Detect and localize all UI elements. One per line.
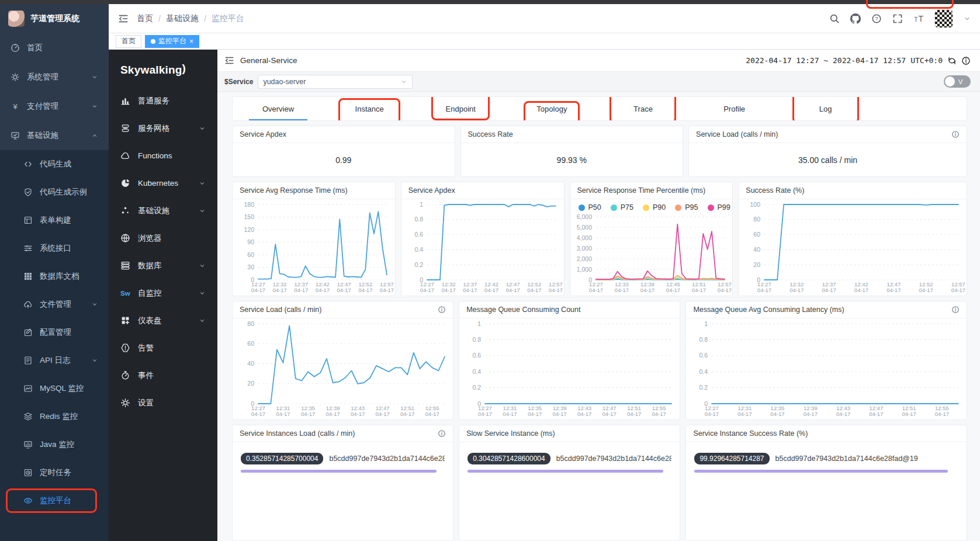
tab-topology[interactable]: Topology拓扑图: [506, 97, 597, 120]
info-icon[interactable]: [951, 306, 960, 314]
tab-log[interactable]: Log日志中心: [780, 97, 871, 120]
sw-menu-item-8[interactable]: 仪表盘: [109, 307, 217, 334]
sw-menu-item-7[interactable]: Sw自监控: [109, 279, 217, 307]
fullscreen-icon[interactable]: [892, 13, 903, 24]
sw-menu-item-2[interactable]: Functions: [109, 142, 217, 169]
admin-submenu-item-11[interactable]: 定时任务: [0, 459, 109, 487]
legend-P50[interactable]: P50: [579, 203, 601, 211]
info-icon[interactable]: [951, 130, 960, 138]
chart-card-percentile: Service Response Time Percentile (ms)P50…: [570, 182, 733, 296]
svg-text:04-17: 04-17: [276, 411, 290, 417]
chart-plot-apdex: 10.80.60.40.2012:2704-1712:3204-1712:370…: [401, 199, 564, 296]
event-icon: [120, 370, 130, 380]
version-toggle[interactable]: V: [944, 75, 971, 88]
sw-menu-label: Kubernetes: [138, 179, 178, 188]
k8s-icon: [120, 178, 130, 188]
legend-P95[interactable]: P95: [675, 203, 698, 211]
panel-fold-icon[interactable]: [224, 56, 234, 65]
toggle-knob: [945, 77, 955, 86]
legend-P75[interactable]: P75: [611, 203, 633, 211]
sw-menu-item-1[interactable]: 服务网格: [109, 115, 217, 142]
card-head: Service Load (calls / min): [689, 126, 967, 143]
font-size-icon[interactable]: TT: [913, 13, 924, 24]
chart-plot-mq_count: 10.80.60.40.2012:2704-1712:3104-1712:350…: [459, 318, 680, 419]
help-icon[interactable]: ?: [871, 13, 882, 24]
admin-menu-item-0[interactable]: 首页: [0, 33, 109, 63]
info-icon[interactable]: [438, 429, 446, 438]
instance-row[interactable]: 99.92964285714287b5cdd997de7943d2b1da714…: [694, 453, 958, 464]
sidebar-fold-icon[interactable]: [118, 13, 129, 24]
github-icon[interactable]: [850, 13, 861, 24]
sw-menu-item-3[interactable]: Kubernetes: [109, 169, 217, 197]
svg-text:04-17: 04-17: [822, 287, 836, 293]
tag-1[interactable]: 监控平台×: [145, 35, 199, 48]
admin-submenu-label: 数据库文档: [40, 271, 79, 282]
svg-text:0.4: 0.4: [473, 368, 482, 375]
sw-menu-item-4[interactable]: 基础设施: [109, 197, 217, 224]
tab-overview[interactable]: Overview: [233, 97, 324, 120]
admin-submenu-item-3[interactable]: 系统接口: [0, 234, 109, 262]
svg-text:04-17: 04-17: [717, 287, 731, 293]
tab-trace[interactable]: Trace链路追踪: [597, 97, 688, 120]
svg-text:0.6: 0.6: [699, 352, 708, 359]
legend-P90[interactable]: P90: [643, 203, 666, 211]
admin-menu-item-3[interactable]: 基础设施: [0, 121, 109, 150]
admin-submenu-item-10[interactable]: Java 监控: [0, 431, 109, 459]
sw-menu-item-5[interactable]: 浏览器: [109, 224, 217, 252]
instance-row[interactable]: 0.30428571428600004b5cdd997de7943d2b1da7…: [468, 453, 671, 464]
legend-P99[interactable]: P99: [708, 203, 730, 211]
log-icon: [23, 356, 33, 365]
breadcrumb-item-1[interactable]: 基础设施: [166, 13, 199, 24]
tags-bar: 首页监控平台×: [109, 33, 980, 50]
svg-text:T: T: [914, 16, 917, 23]
tab-instance[interactable]: Instance服务实例: [324, 97, 415, 120]
sw-menu-item-11[interactable]: 设置: [109, 389, 217, 417]
info-icon[interactable]: [438, 306, 446, 314]
app-root: 芋道管理系统 首页系统管理¥支付管理基础设施 代码生成代码生成示例表单构建系统接…: [0, 4, 980, 541]
admin-menu-item-2[interactable]: ¥支付管理: [0, 92, 109, 121]
chart-card-service_load: Service Load (calls / min)80604020012:27…: [232, 301, 453, 420]
admin-submenu-item-4[interactable]: 数据库文档: [0, 262, 109, 290]
admin-submenu-item-7[interactable]: API 日志: [0, 346, 109, 374]
dashboard-title: General-Service: [240, 56, 297, 65]
info-icon[interactable]: [961, 56, 971, 65]
tab-endpoint[interactable]: Endpoint接口列表: [415, 97, 506, 120]
svg-text:04-17: 04-17: [503, 411, 517, 417]
admin-submenu-item-5[interactable]: 文件管理: [0, 290, 109, 318]
tab-profile[interactable]: Profile: [689, 97, 780, 120]
tag-0[interactable]: 首页: [116, 35, 141, 48]
svg-text:1: 1: [420, 201, 423, 208]
instance-card-body: 0.30428571428600004b5cdd997de7943d2b1da7…: [459, 442, 680, 473]
breadcrumb-item-0[interactable]: 首页: [137, 13, 153, 24]
admin-submenu-item-1[interactable]: 代码生成示例: [0, 178, 109, 206]
sw-menu-item-9[interactable]: 告警: [109, 334, 217, 362]
time-range[interactable]: 2022-04-17 12:27 ~ 2022-04-17 12:57: [746, 56, 906, 65]
caret-down-icon[interactable]: [964, 15, 971, 22]
sw-menu-item-6[interactable]: 数据库: [109, 252, 217, 279]
card-head: Success Rate (%): [739, 182, 967, 199]
sw-menu-label: 基础设施: [138, 206, 169, 216]
instance-row[interactable]: 0.35285714285700004b5cdd997de7943d2b1da7…: [241, 453, 445, 464]
logo-avatar: [8, 11, 25, 27]
admin-submenu-item-2[interactable]: 表单构建: [0, 206, 109, 234]
svg-text:04-17: 04-17: [376, 411, 390, 417]
legend-dot: [643, 204, 649, 211]
user-avatar[interactable]: [934, 9, 953, 28]
service-select[interactable]: yudao-server: [258, 75, 413, 89]
admin-submenu-item-9[interactable]: Redis 监控: [0, 403, 109, 431]
refresh-icon[interactable]: [947, 56, 957, 65]
tab-label: Endpoint: [446, 105, 476, 113]
admin-submenu-item-6[interactable]: 配置管理: [0, 318, 109, 346]
app-logo[interactable]: 芋道管理系统: [0, 4, 109, 33]
admin-menu-item-1[interactable]: 系统管理: [0, 63, 109, 92]
admin-submenu-item-0[interactable]: 代码生成: [0, 150, 109, 178]
admin-submenu-item-12[interactable]: 监控平台: [0, 487, 109, 515]
search-icon[interactable]: [829, 13, 840, 24]
sw-menu-item-0[interactable]: 普通服务: [109, 87, 217, 115]
svg-text:60: 60: [247, 251, 254, 258]
admin-submenu-item-8[interactable]: MySQL 监控: [0, 374, 109, 403]
tag-close-icon[interactable]: ×: [189, 38, 193, 45]
sw-menu-item-10[interactable]: 事件: [109, 362, 217, 389]
svg-text:04-17: 04-17: [577, 411, 591, 417]
chevron-down-icon: [91, 357, 98, 364]
